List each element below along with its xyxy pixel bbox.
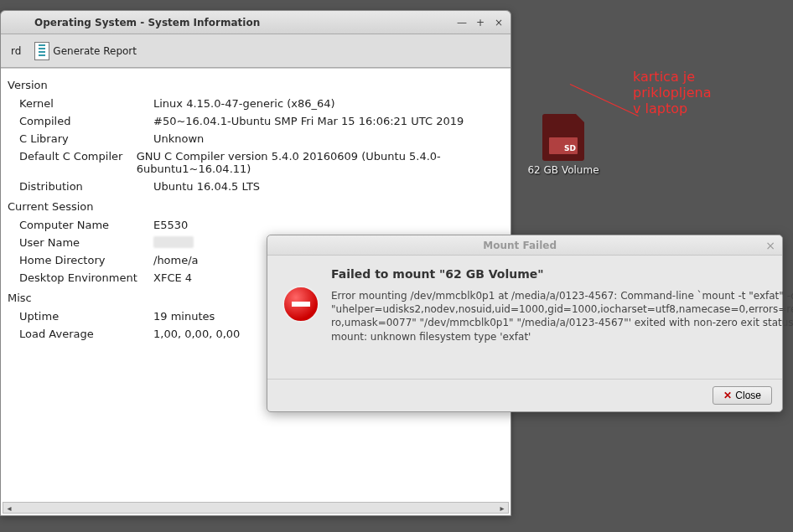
row-distribution: Distribution Ubuntu 16.04.5 LTS — [8, 178, 502, 195]
scroll-right-arrow[interactable]: ▸ — [496, 503, 508, 513]
clib-key: C Library — [19, 132, 153, 145]
desktop-volume-label: 62 GB Volume — [513, 164, 614, 176]
row-compiled: Compiled #50~16.04.1-Ubuntu SMP Fri Mar … — [8, 112, 502, 130]
generate-report-label: Generate Report — [53, 45, 137, 57]
uptime-key: Uptime — [19, 310, 153, 323]
de-val: XFCE 4 — [153, 271, 192, 284]
dialog-message: Error mounting /dev/mmcblk0p1 at /media/… — [331, 289, 793, 343]
annotation-line — [570, 84, 639, 116]
annotation-l2: priklopljena — [633, 85, 712, 101]
row-kernel: Kernel Linux 4.15.0-47-generic (x86_64) — [8, 95, 502, 112]
maximize-button[interactable]: + — [474, 16, 487, 29]
close-button[interactable]: ✕ Close — [713, 386, 772, 405]
dcc-val: GNU C Compiler version 5.4.0 20160609 (U… — [137, 150, 502, 175]
dialog-heading: Failed to mount "62 GB Volume" — [331, 267, 793, 281]
annotation-l1: kartica je — [633, 69, 712, 85]
rd-label: rd — [11, 45, 21, 57]
close-x-icon: ✕ — [723, 390, 732, 401]
dialog-close-icon[interactable]: × — [765, 239, 775, 252]
annotation-l3: v laptop — [633, 101, 712, 116]
uname-key: User Name — [19, 236, 153, 249]
row-clibrary: C Library Unknown — [8, 130, 502, 147]
scroll-left-arrow[interactable]: ◂ — [3, 503, 15, 513]
cname-key: Computer Name — [19, 219, 153, 231]
compiled-val: #50~16.04.1-Ubuntu SMP Fri Mar 15 16:06:… — [153, 115, 464, 127]
home-val: /home/a — [153, 254, 199, 266]
dialog-actions: ✕ Close — [267, 379, 782, 411]
close-button[interactable]: × — [492, 16, 505, 29]
row-compiler: Default C Compiler GNU C Compiler versio… — [8, 147, 502, 178]
uptime-val: 19 minutes — [153, 310, 215, 323]
toolbar: rd Generate Report — [1, 34, 511, 68]
load-key: Load Average — [19, 328, 153, 340]
desktop-volume-icon[interactable]: SD 62 GB Volume — [513, 114, 614, 176]
home-key: Home Directory — [19, 254, 153, 266]
section-session: Current Session — [8, 200, 502, 213]
cname-val: E5530 — [153, 219, 188, 231]
error-icon — [282, 286, 319, 323]
de-key: Desktop Environment — [19, 271, 153, 284]
sd-badge: SD — [564, 144, 576, 152]
clib-val: Unknown — [153, 132, 204, 145]
sd-card-icon: SD — [542, 114, 584, 161]
kernel-key: Kernel — [19, 97, 153, 110]
compiled-key: Compiled — [19, 115, 153, 127]
dist-key: Distribution — [19, 180, 153, 193]
scroll-track[interactable] — [15, 503, 496, 513]
minimize-button[interactable]: — — [455, 16, 469, 29]
report-icon — [34, 42, 49, 60]
toolbar-rd-button[interactable]: rd — [8, 44, 24, 59]
generate-report-button[interactable]: Generate Report — [31, 40, 140, 62]
annotation-text: kartica je priklopljena v laptop — [633, 69, 712, 117]
kernel-val: Linux 4.15.0-47-generic (x86_64) — [153, 97, 335, 110]
horizontal-scrollbar[interactable]: ◂ ▸ — [3, 502, 509, 514]
window-title: Operating System - System Information — [6, 17, 455, 28]
close-label: Close — [735, 390, 761, 401]
dialog-title: Mount Failed — [274, 240, 765, 251]
dialog-body: Failed to mount "62 GB Volume" Error mou… — [267, 256, 782, 379]
mount-failed-dialog: Mount Failed × Failed to mount "62 GB Vo… — [267, 235, 783, 412]
dist-val: Ubuntu 16.04.5 LTS — [153, 180, 260, 193]
load-val: 1,00, 0,00, 0,00 — [153, 328, 240, 340]
uname-val-redacted — [153, 236, 194, 248]
row-computer-name: Computer Name E5530 — [8, 216, 502, 234]
dialog-titlebar[interactable]: Mount Failed × — [267, 235, 782, 256]
dcc-key: Default C Compiler — [19, 150, 137, 175]
titlebar[interactable]: Operating System - System Information — … — [1, 11, 511, 34]
section-version: Version — [8, 79, 502, 91]
